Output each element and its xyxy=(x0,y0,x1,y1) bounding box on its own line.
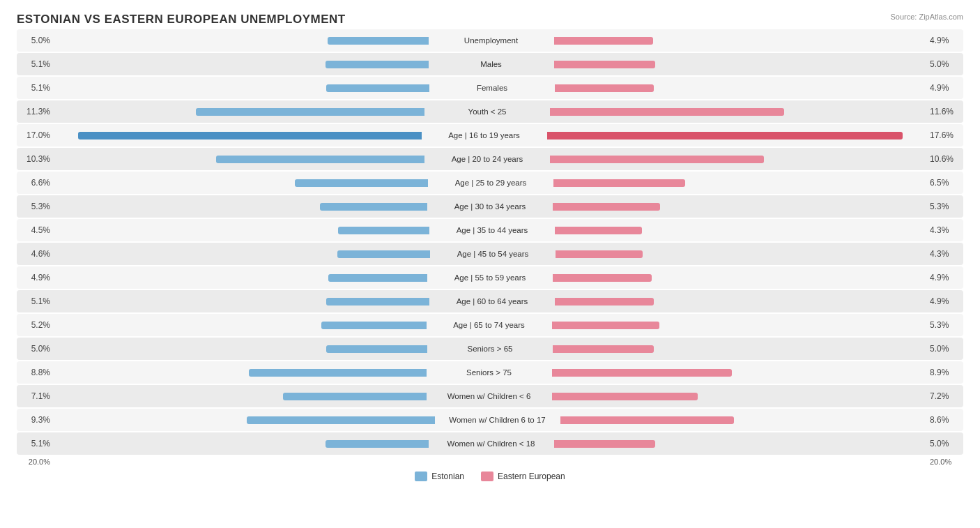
legend-estonian: Estonian xyxy=(415,472,464,481)
right-value: 4.3% xyxy=(926,225,963,235)
right-value: 10.6% xyxy=(926,154,963,164)
row-label: Youth < 25 xyxy=(424,107,550,116)
chart-row: 6.6%Age | 25 to 29 years6.5% xyxy=(17,172,963,194)
right-value: 4.9% xyxy=(926,273,963,282)
legend-label-estonian: Estonian xyxy=(431,472,464,481)
left-value: 5.0% xyxy=(17,36,54,45)
bar-estonian xyxy=(283,393,427,400)
bar-eastern xyxy=(555,227,642,234)
chart-row: 5.3%Age | 30 to 34 years5.3% xyxy=(17,195,963,218)
chart-row: 8.8%Seniors > 758.9% xyxy=(17,361,963,384)
bar-eastern xyxy=(554,440,655,448)
chart-row: 7.1%Women w/ Children < 67.2% xyxy=(17,385,963,407)
left-value: 4.6% xyxy=(17,249,54,259)
bar-eastern xyxy=(547,132,903,139)
bar-estonian xyxy=(196,108,424,116)
bar-estonian xyxy=(328,37,429,45)
left-value: 17.0% xyxy=(17,130,54,140)
chart-row: 5.0%Unemployment4.9% xyxy=(17,29,963,52)
chart-row: 5.1%Women w/ Children < 185.0% xyxy=(17,432,963,455)
bar-eastern xyxy=(556,250,643,258)
axis-right: 20.0% xyxy=(926,458,963,466)
bar-estonian xyxy=(326,345,427,353)
axis-row: 20.0% 20.0% xyxy=(17,458,963,466)
bar-estonian xyxy=(249,369,427,377)
right-value: 5.0% xyxy=(926,439,963,448)
bar-eastern xyxy=(553,345,654,353)
axis-left: 20.0% xyxy=(17,458,54,466)
right-value: 4.9% xyxy=(926,83,963,93)
row-label: Males xyxy=(429,60,554,68)
chart-row: 9.3%Women w/ Children 6 to 178.6% xyxy=(17,409,963,431)
right-value: 4.9% xyxy=(926,296,963,306)
left-value: 4.9% xyxy=(17,273,54,282)
left-value: 5.2% xyxy=(17,320,54,330)
bar-estonian xyxy=(326,440,429,448)
bar-estonian xyxy=(337,250,430,258)
left-value: 5.3% xyxy=(17,202,54,211)
bar-eastern xyxy=(550,108,784,116)
row-label: Women w/ Children < 18 xyxy=(429,439,554,448)
row-label: Age | 20 to 24 years xyxy=(424,155,550,163)
left-value: 5.1% xyxy=(17,439,54,448)
right-value: 4.3% xyxy=(926,249,963,259)
bar-estonian xyxy=(320,203,427,211)
row-label: Age | 30 to 34 years xyxy=(427,202,553,211)
row-label: Age | 16 to 19 years xyxy=(422,131,547,139)
bar-eastern xyxy=(553,274,652,282)
right-value: 5.3% xyxy=(926,202,963,211)
chart-row: 5.1%Males5.0% xyxy=(17,53,963,75)
left-value: 5.1% xyxy=(17,296,54,306)
left-value: 5.0% xyxy=(17,344,54,354)
right-value: 11.6% xyxy=(926,107,963,116)
left-value: 6.6% xyxy=(17,178,54,188)
right-value: 5.0% xyxy=(926,59,963,69)
right-value: 5.3% xyxy=(926,320,963,330)
bar-eastern xyxy=(553,179,685,187)
bar-eastern xyxy=(555,84,654,92)
bar-estonian xyxy=(78,132,422,139)
left-value: 5.1% xyxy=(17,83,54,93)
bar-eastern xyxy=(552,369,732,377)
chart-area: 5.0%Unemployment4.9%5.1%Males5.0%5.1%Fem… xyxy=(17,29,963,455)
row-label: Age | 55 to 59 years xyxy=(427,273,553,282)
left-value: 9.3% xyxy=(17,415,54,425)
bar-estonian xyxy=(326,84,429,92)
bar-estonian xyxy=(247,416,435,424)
left-value: 8.8% xyxy=(17,368,54,377)
legend-label-eastern: Eastern European xyxy=(498,472,565,481)
left-value: 7.1% xyxy=(17,391,54,401)
right-value: 7.2% xyxy=(926,391,963,401)
bar-eastern xyxy=(552,393,698,400)
source-text: Source: ZipAtlas.com xyxy=(890,13,963,21)
chart-row: 5.0%Seniors > 655.0% xyxy=(17,338,963,360)
left-value: 10.3% xyxy=(17,154,54,164)
bar-eastern xyxy=(560,416,734,424)
bar-estonian xyxy=(328,274,427,282)
chart-container: ESTONIAN VS EASTERN EUROPEAN UNEMPLOYMEN… xyxy=(0,0,980,494)
chart-row: 4.6%Age | 45 to 54 years4.3% xyxy=(17,243,963,265)
right-value: 5.0% xyxy=(926,344,963,354)
bar-eastern xyxy=(554,61,655,68)
bar-eastern xyxy=(552,322,659,329)
right-value: 4.9% xyxy=(926,36,963,45)
legend: Estonian Eastern European xyxy=(17,472,963,481)
row-label: Females xyxy=(429,84,555,92)
chart-row: 5.1%Females4.9% xyxy=(17,77,963,99)
row-label: Age | 65 to 74 years xyxy=(427,321,552,329)
row-label: Unemployment xyxy=(429,36,554,45)
bar-estonian xyxy=(216,156,424,163)
bar-eastern xyxy=(555,298,654,306)
row-label: Age | 60 to 64 years xyxy=(429,297,555,306)
chart-row: 4.5%Age | 35 to 44 years4.3% xyxy=(17,219,963,241)
bar-estonian xyxy=(326,298,429,306)
left-value: 4.5% xyxy=(17,225,54,235)
bar-estonian xyxy=(338,227,429,234)
left-value: 5.1% xyxy=(17,59,54,69)
row-label: Seniors > 75 xyxy=(427,368,552,377)
legend-eastern: Eastern European xyxy=(481,472,565,481)
bar-estonian xyxy=(295,179,428,187)
bar-estonian xyxy=(321,322,427,329)
row-label: Women w/ Children 6 to 17 xyxy=(435,416,560,424)
chart-title: ESTONIAN VS EASTERN EUROPEAN UNEMPLOYMEN… xyxy=(17,13,346,27)
